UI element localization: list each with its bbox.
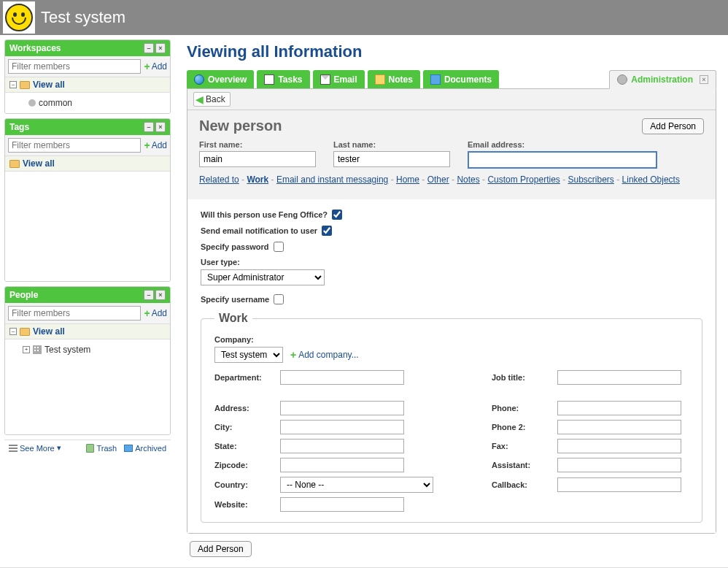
viewall-label: View all (33, 80, 65, 90)
section-link-email-im[interactable]: Email and instant messaging (276, 174, 388, 185)
panel-tags: Tags – × +Add View all (4, 118, 171, 282)
specify-user-checkbox[interactable] (274, 294, 284, 304)
tree-item-label: Test system (44, 345, 90, 355)
tab-tasks[interactable]: Tasks (257, 70, 309, 88)
folder-icon (9, 160, 20, 168)
zipcode-input[interactable] (280, 458, 404, 472)
section-link-custom[interactable]: Custom Properties (487, 174, 559, 185)
company-select[interactable]: Test system (214, 347, 283, 363)
address-input[interactable] (280, 401, 404, 415)
fax-input[interactable] (557, 439, 681, 453)
specify-pw-checkbox[interactable] (274, 242, 284, 252)
user-type-label: User type: (201, 258, 702, 266)
section-link-linked[interactable]: Linked Objects (622, 174, 680, 185)
department-input[interactable] (280, 370, 404, 385)
gear-icon (617, 74, 627, 85)
menu-icon (9, 445, 18, 452)
state-input[interactable] (280, 439, 404, 453)
fax-label: Fax: (492, 442, 557, 450)
panel-header: People – × (5, 287, 170, 303)
tab-overview[interactable]: Overview (187, 70, 254, 88)
trash-link[interactable]: Trash (86, 444, 117, 453)
logo (3, 1, 35, 34)
back-button[interactable]: ◀Back (193, 92, 231, 107)
collapse-icon[interactable]: – (144, 290, 154, 300)
section-link-home[interactable]: Home (396, 174, 419, 185)
filter-input[interactable] (8, 306, 141, 321)
phone2-input[interactable] (557, 420, 681, 434)
assistant-input[interactable] (557, 458, 681, 472)
viewall-row[interactable]: – View all (5, 324, 170, 339)
first-name-input[interactable] (199, 151, 316, 167)
section-link-work[interactable]: Work (247, 174, 268, 185)
related-to-link[interactable]: Related to (199, 174, 239, 185)
jobtitle-input[interactable] (557, 370, 681, 385)
back-arrow-icon: ◀ (195, 93, 204, 105)
add-person-button[interactable]: Add Person (642, 118, 704, 134)
last-name-label: Last name: (333, 140, 450, 149)
tab-notes[interactable]: Notes (368, 70, 420, 88)
panel-title: People (9, 290, 38, 300)
city-label: City: (214, 423, 280, 431)
last-name-input[interactable] (333, 151, 450, 167)
tree-item[interactable]: + Test system (8, 342, 167, 357)
panel-workspaces: Workspaces – × +Add – View all common (4, 39, 171, 114)
page-title: Viewing all Information (187, 42, 716, 61)
company-label: Company: (214, 335, 689, 344)
filter-input[interactable] (8, 59, 141, 74)
website-label: Website: (214, 500, 280, 509)
tab-documents[interactable]: Documents (423, 70, 499, 88)
close-icon[interactable]: × (155, 122, 166, 132)
close-icon[interactable]: × (155, 290, 166, 300)
collapse-icon[interactable]: – (144, 43, 154, 53)
panel-title: Workspaces (9, 43, 61, 53)
specify-pw-label: Specify password (201, 242, 269, 251)
building-icon (33, 345, 42, 354)
tree-item[interactable]: common (8, 96, 167, 110)
section-link-other[interactable]: Other (427, 174, 449, 185)
main: Viewing all Information Overview Tasks E… (175, 35, 728, 567)
add-company-link[interactable]: +Add company... (290, 349, 359, 361)
tasks-icon (264, 74, 274, 85)
tree-collapse-icon[interactable]: – (9, 328, 17, 335)
panel-people: People – × +Add – View all + Test syst (4, 286, 171, 435)
work-fieldset: Work Company: Test system +Add company..… (201, 312, 702, 523)
callback-input[interactable] (557, 477, 681, 492)
tree-collapse-icon[interactable]: – (9, 81, 17, 88)
jobtitle-label: Job title: (492, 373, 557, 382)
add-person-button-bottom[interactable]: Add Person (190, 541, 252, 557)
section-link-subscribers[interactable]: Subscribers (568, 174, 614, 185)
email-input[interactable] (468, 151, 657, 169)
feng-checkbox[interactable] (332, 210, 342, 220)
website-input[interactable] (280, 497, 404, 512)
add-link[interactable]: +Add (144, 307, 167, 319)
notify-checkbox[interactable] (322, 226, 332, 236)
department-label: Department: (214, 373, 280, 382)
archived-link[interactable]: Archived (124, 444, 166, 453)
panel-header: Workspaces – × (5, 40, 170, 56)
viewall-row[interactable]: View all (5, 156, 170, 172)
user-type-select[interactable]: Super Administrator (201, 269, 325, 285)
country-label: Country: (214, 480, 280, 489)
collapse-icon[interactable]: – (144, 122, 154, 132)
add-link[interactable]: +Add (144, 61, 167, 72)
section-link-notes[interactable]: Notes (457, 174, 479, 185)
country-select[interactable]: -- None -- (280, 477, 433, 493)
close-icon[interactable]: × (700, 75, 708, 84)
archive-icon (124, 445, 133, 452)
city-input[interactable] (280, 420, 404, 434)
viewall-row[interactable]: – View all (5, 77, 170, 93)
add-link[interactable]: +Add (144, 139, 167, 151)
tree-item-label: common (39, 98, 72, 108)
filter-input[interactable] (8, 138, 141, 153)
assistant-label: Assistant: (492, 461, 557, 469)
folder-icon (20, 328, 30, 336)
viewall-label: View all (33, 326, 65, 337)
phone-input[interactable] (557, 401, 681, 415)
tab-administration[interactable]: Administration× (609, 70, 716, 89)
tab-bar: Overview Tasks Email Notes Documents Adm… (187, 70, 716, 89)
tab-email[interactable]: Email (313, 70, 365, 88)
tree-expand-icon[interactable]: + (23, 346, 30, 353)
see-more-link[interactable]: See More▾ (9, 443, 61, 453)
close-icon[interactable]: × (155, 43, 166, 53)
